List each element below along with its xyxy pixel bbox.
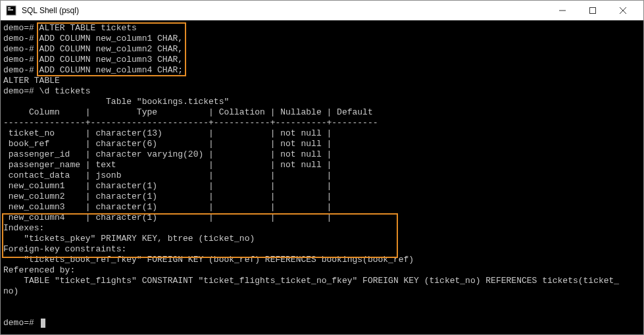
table-row: passenger_name | text | | not null | — [3, 160, 332, 170]
table-row: book_ref | character(6) | | not null | — [3, 139, 332, 149]
titlebar[interactable]: SQL Shell (psql) — [1, 1, 643, 20]
sql-line: ALTER TABLE tickets — [39, 23, 137, 33]
table-row: new_column1 | character(1) | | | — [3, 181, 332, 191]
window-controls — [547, 1, 638, 20]
window-title: SQL Shell (psql) — [22, 6, 547, 15]
sql-line: ADD COLUMN new_column2 CHAR, — [39, 44, 183, 54]
sql-line: ADD COLUMN new_column4 CHAR; — [39, 65, 183, 75]
ref-line: no) — [3, 286, 18, 296]
app-icon — [6, 5, 16, 16]
psql-window: SQL Shell (psql) demo=# ALTER TABLE tick… — [0, 0, 644, 335]
table-row: contact_data | jsonb | | | — [3, 170, 332, 180]
prompt: demo-# — [3, 44, 39, 54]
table-row: new_column2 | character(1) | | | — [3, 192, 332, 201]
prompt: demo=# — [3, 23, 39, 33]
table-row: new_column3 | character(1) | | | — [3, 202, 332, 212]
svg-rect-2 — [8, 9, 13, 11]
section-header: Indexes: — [3, 223, 44, 233]
table-header: Column | Type | Collation | Nullable | D… — [3, 107, 373, 117]
prompt: demo=# — [3, 318, 39, 328]
maximize-button[interactable] — [578, 1, 608, 20]
fk-line: "tickets_book_ref_fkey" FOREIGN KEY (boo… — [3, 255, 414, 265]
terminal-output[interactable]: demo=# ALTER TABLE tickets demo-# ADD CO… — [1, 20, 643, 334]
sql-line: ADD COLUMN new_column3 CHAR, — [39, 55, 183, 64]
prompt: demo-# — [3, 65, 39, 75]
close-button[interactable] — [608, 1, 638, 20]
prompt: demo-# — [3, 34, 39, 43]
table-row: new_column4 | character(1) | | | — [3, 213, 332, 222]
ref-line: TABLE "ticket_flights" CONSTRAINT "ticke… — [3, 276, 619, 286]
table-title: Table "bookings.tickets" — [3, 97, 229, 107]
index-line: "tickets_pkey" PRIMARY KEY, btree (ticke… — [3, 234, 255, 244]
table-row: passenger_id | character varying(20) | |… — [3, 149, 332, 159]
section-header: Referenced by: — [3, 265, 75, 275]
command-line: demo=# \d tickets — [3, 86, 91, 96]
svg-rect-4 — [590, 7, 596, 13]
prompt: demo-# — [3, 55, 39, 64]
sql-line: ADD COLUMN new_column1 CHAR, — [39, 34, 183, 43]
output-line: ALTER TABLE — [3, 76, 60, 86]
svg-rect-1 — [8, 7, 11, 9]
cursor — [41, 319, 45, 328]
table-separator: ----------------+-----------------------… — [3, 118, 378, 128]
section-header: Foreign-key constraints: — [3, 244, 126, 254]
minimize-button[interactable] — [547, 1, 578, 20]
table-row: ticket_no | character(13) | | not null | — [3, 128, 332, 138]
